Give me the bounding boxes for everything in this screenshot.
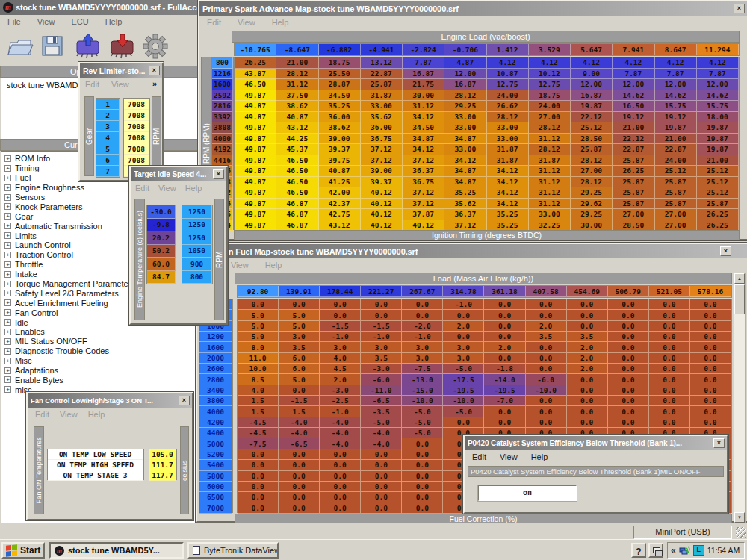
fuel-map-cell[interactable]: 0.0 — [567, 396, 608, 406]
spark-map-cell[interactable]: 14.62 — [697, 90, 739, 102]
spark-map-cell[interactable]: 42.00 — [319, 187, 361, 199]
rev-rpm-cell[interactable]: 7008 — [124, 155, 149, 166]
idle-rpm-cell[interactable]: 1250 — [182, 205, 212, 219]
spark-map-cell[interactable]: 27.00 — [655, 220, 697, 231]
fuel-map-cell[interactable]: 0.0 — [567, 321, 608, 332]
spark-map-cell[interactable]: 49.87 — [235, 187, 276, 199]
spark-map-cell[interactable]: 46.87 — [276, 209, 318, 220]
spark-map-cell[interactable]: 29.25 — [571, 187, 613, 199]
spark-map-cell[interactable]: 7.87 — [403, 57, 444, 69]
fuel-map-cell[interactable]: -4.5 — [238, 417, 279, 428]
fan-value-cell[interactable]: 117.7 — [149, 470, 176, 481]
fuel-map-cell[interactable]: 0.0 — [526, 406, 567, 417]
spark-map-cell[interactable]: 43.87 — [235, 69, 276, 80]
fuel-map-cell[interactable]: 0.0 — [484, 310, 525, 320]
fuel-map-cell[interactable]: 0.0 — [443, 310, 484, 320]
fuel-map-cell[interactable]: 0.0 — [608, 342, 649, 352]
spark-map-cell[interactable]: 16.87 — [403, 69, 444, 80]
fuel-map-cell[interactable]: 0.0 — [279, 449, 320, 460]
fuel-map-cell[interactable]: 3.5 — [279, 342, 320, 352]
spark-map-cell[interactable]: 38.62 — [319, 122, 361, 134]
spark-map-cell[interactable]: 27.00 — [529, 112, 571, 123]
spark-map-cell[interactable]: 49.87 — [235, 166, 276, 177]
spark-map-cell[interactable]: 34.12 — [487, 166, 529, 177]
write-ecu-chip-down-icon[interactable] — [108, 32, 137, 60]
menu-item-edit[interactable]: Edit — [35, 410, 49, 423]
expand-icon[interactable] — [4, 348, 11, 355]
spark-map-cell[interactable]: 25.87 — [655, 177, 697, 188]
fuel-map-cell[interactable]: 0.0 — [608, 417, 649, 428]
fuel-map-cell[interactable]: 0.0 — [320, 503, 361, 514]
fuel-map-cell[interactable]: 3.0 — [402, 342, 443, 352]
spark-map-cell[interactable]: 42.75 — [319, 209, 361, 220]
fuel-map-cell[interactable]: 4.5 — [320, 364, 361, 374]
spark-map-cell[interactable]: 37.12 — [403, 187, 444, 199]
fuel-map-cell[interactable]: 0.0 — [320, 310, 361, 320]
fuel-map-cell[interactable]: -4.0 — [361, 438, 402, 449]
spark-map-cell[interactable]: 28.12 — [529, 144, 571, 155]
spark-map-cell[interactable]: 12.75 — [529, 79, 571, 90]
fuel-map-cell[interactable]: 0.0 — [690, 364, 731, 374]
fuel-map-cell[interactable]: 0.0 — [238, 299, 279, 310]
fuel-map-cell[interactable]: 0.0 — [484, 417, 525, 428]
spark-map-cell[interactable]: 9.00 — [571, 69, 613, 80]
fuel-map-cell[interactable]: 0.0 — [320, 299, 361, 310]
spark-map-cell[interactable]: 34.87 — [444, 166, 486, 177]
fuel-map-cell[interactable]: -6.0 — [526, 374, 567, 385]
fuel-titlebar[interactable]: Injection Fuel Map-stock tune WBAMD5YYYY… — [197, 244, 747, 258]
fuel-map-cell[interactable]: 1.5 — [238, 406, 279, 417]
spark-map-cell[interactable]: 25.12 — [571, 122, 613, 134]
spark-map-cell[interactable]: 39.00 — [361, 166, 403, 177]
spark-map-cell[interactable]: 16.87 — [444, 79, 486, 90]
open-file-icon[interactable] — [6, 34, 34, 57]
rev-rpm-cell[interactable]: 7008 — [124, 143, 149, 155]
spark-map-cell[interactable]: 35.62 — [444, 199, 486, 210]
spark-map-cell[interactable]: 49.87 — [235, 90, 276, 102]
fuel-map-cell[interactable]: 0.0 — [649, 396, 690, 406]
expand-icon[interactable] — [4, 367, 11, 374]
spark-map-cell[interactable]: 36.37 — [444, 209, 486, 220]
spark-map-cell[interactable]: 25.87 — [613, 177, 654, 188]
spark-map-cell[interactable]: 24.00 — [655, 155, 697, 167]
fuel-map-cell[interactable]: 5.0 — [279, 374, 320, 385]
spark-map-cell[interactable]: 31.12 — [403, 101, 444, 112]
spark-map-cell[interactable]: 28.12 — [571, 155, 613, 167]
spark-map-cell[interactable]: 28.50 — [571, 134, 613, 145]
spark-map-cell[interactable]: 31.87 — [361, 90, 403, 102]
idle-titlebar[interactable]: Target Idle Speed 4... × — [131, 167, 226, 181]
idle-rpm-cell[interactable]: 1250 — [182, 231, 212, 245]
spark-map-cell[interactable]: 4.12 — [613, 57, 654, 69]
fuel-map-cell[interactable]: -11.0 — [361, 385, 402, 396]
spark-map-cell[interactable]: 34.12 — [487, 177, 529, 188]
menu-item-view[interactable]: View — [158, 184, 176, 196]
fuel-map-cell[interactable]: 0.0 — [649, 353, 690, 364]
spark-map-cell[interactable]: 28.12 — [444, 90, 486, 102]
fuel-map-cell[interactable]: 3.0 — [402, 353, 443, 364]
fuel-map-cell[interactable]: 0.0 — [484, 299, 525, 310]
scroll-down-icon[interactable]: ▼ — [734, 512, 745, 523]
menu-item-view[interactable]: View — [500, 452, 518, 465]
fuel-map-cell[interactable]: 0.0 — [649, 406, 690, 417]
spark-map-cell[interactable]: 12.00 — [444, 69, 486, 80]
spark-map-cell[interactable]: 25.87 — [697, 199, 739, 210]
spark-map-cell[interactable]: 25.87 — [571, 144, 613, 155]
fuel-map-cell[interactable]: 0.0 — [608, 364, 649, 374]
fuel-map-cell[interactable]: -4.0 — [320, 438, 361, 449]
spark-map-cell[interactable]: 35.25 — [319, 101, 361, 112]
spark-map-cell[interactable]: 26.25 — [613, 166, 654, 177]
fuel-map-cell[interactable]: -7.0 — [484, 396, 525, 406]
fuel-map-cell[interactable]: -10.0 — [402, 396, 443, 406]
fuel-map-cell[interactable]: 0.0 — [608, 385, 649, 396]
fuel-map-cell[interactable]: 0.0 — [567, 299, 608, 310]
menu-item-edit[interactable]: Edit — [85, 80, 99, 93]
fuel-map-cell[interactable]: 0.0 — [443, 332, 484, 342]
spark-map-cell[interactable]: 31.12 — [529, 166, 571, 177]
fuel-map-cell[interactable]: 0.0 — [484, 332, 525, 342]
rev-titlebar[interactable]: Rev Limiter-sto... × — [80, 63, 162, 78]
spark-map-cell[interactable]: 36.00 — [361, 122, 403, 134]
fuel-map-cell[interactable]: 5.0 — [279, 321, 320, 332]
spark-map-cell[interactable]: 37.12 — [444, 220, 486, 231]
fuel-map-cell[interactable]: -7.5 — [402, 364, 443, 374]
spark-map-cell[interactable]: 26.62 — [487, 101, 529, 112]
settings-gear-icon[interactable] — [142, 33, 169, 60]
